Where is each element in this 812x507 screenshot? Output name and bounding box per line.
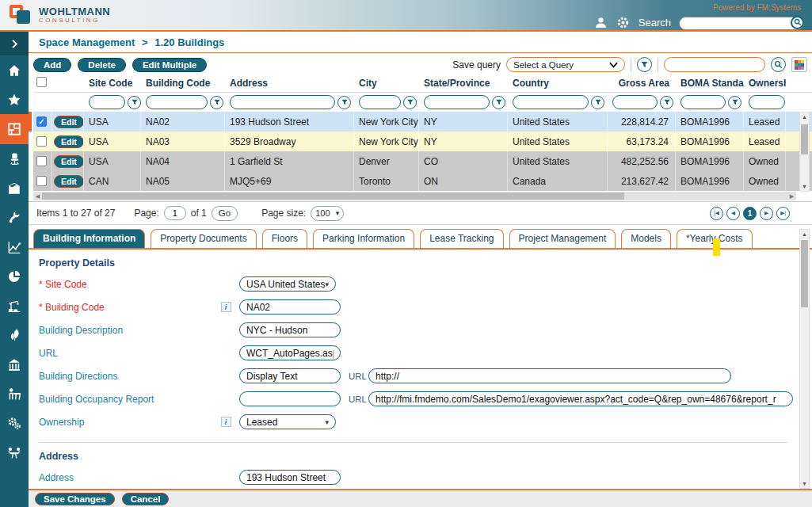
sidebar-item-desk-booking[interactable] xyxy=(0,379,29,408)
edit-row-button[interactable]: Edit xyxy=(54,175,84,188)
global-search-input[interactable] xyxy=(679,17,804,30)
column-header-site-code[interactable]: Site Code xyxy=(84,78,141,89)
tab-property-documents[interactable]: Property Documents xyxy=(151,229,256,248)
filter-input-boma[interactable] xyxy=(680,95,726,109)
ownership-dropdown[interactable]: Leased ▾ xyxy=(239,414,336,429)
building-directions-input[interactable] xyxy=(239,368,341,383)
grid-quick-search-input[interactable] xyxy=(664,57,765,72)
tab-parking-information[interactable]: Parking Information xyxy=(313,229,414,248)
column-header-building-code[interactable]: Building Code xyxy=(141,78,225,89)
building-code-input[interactable] xyxy=(239,299,341,314)
column-header-country[interactable]: Country xyxy=(508,78,608,89)
tab-floors[interactable]: Floors xyxy=(262,229,307,248)
grid-search-magnifier-icon[interactable] xyxy=(771,57,786,72)
site-code-dropdown[interactable]: USA United States ▾ xyxy=(239,276,336,292)
scrollbar-thumb[interactable] xyxy=(801,124,808,154)
tab-project-management[interactable]: Project Management xyxy=(509,229,616,248)
sidebar-item-construction[interactable] xyxy=(0,291,29,320)
filter-funnel-icon[interactable] xyxy=(210,96,223,109)
sidebar-item-sustainability[interactable] xyxy=(0,320,29,349)
cancel-button[interactable]: Cancel xyxy=(122,493,170,505)
filter-input-gross-area[interactable] xyxy=(612,95,658,109)
filter-input-ownership[interactable] xyxy=(749,95,785,109)
edit-multiple-button[interactable]: Edit Multiple xyxy=(132,58,207,72)
edit-row-button[interactable]: Edit xyxy=(54,135,84,148)
grid-horizontal-scrollbar[interactable]: ◀ ▶ xyxy=(33,192,796,200)
sidebar-item-favorites[interactable] xyxy=(0,85,29,114)
address-input[interactable] xyxy=(239,470,341,485)
page-number-input[interactable] xyxy=(164,206,186,220)
export-grid-icon[interactable] xyxy=(791,57,807,72)
tab-models[interactable]: Models xyxy=(621,229,671,248)
add-button[interactable]: Add xyxy=(33,58,71,72)
sidebar-item-workplace[interactable] xyxy=(0,144,29,173)
scroll-up-icon[interactable]: ▲ xyxy=(800,112,809,121)
search-magnifier-icon[interactable] xyxy=(791,16,804,29)
scroll-left-icon[interactable]: ◀ xyxy=(33,192,42,200)
column-header-boma-standard[interactable]: BOMA Standard xyxy=(676,78,744,89)
next-page-button[interactable] xyxy=(760,207,773,220)
sidebar-item-space-management[interactable] xyxy=(0,114,29,144)
row-checkbox[interactable] xyxy=(36,116,47,127)
sidebar-item-home[interactable] xyxy=(0,55,29,85)
sidebar-item-reports[interactable] xyxy=(0,261,29,291)
filter-funnel-icon[interactable] xyxy=(660,96,673,109)
sidebar-expand-button[interactable] xyxy=(0,32,29,55)
filter-funnel-icon[interactable] xyxy=(403,96,417,109)
column-header-state[interactable]: State/Province xyxy=(419,78,508,89)
tab-building-information[interactable]: Building Information xyxy=(33,229,145,248)
grid-vertical-scrollbar[interactable]: ▲ ▼ xyxy=(799,112,810,192)
filter-input-building-code[interactable] xyxy=(146,95,208,109)
filter-funnel-icon[interactable] xyxy=(591,96,604,109)
query-filter-funnel-button[interactable] xyxy=(637,57,652,72)
sidebar-item-move-management[interactable] xyxy=(0,173,29,203)
row-checkbox[interactable] xyxy=(36,156,47,166)
column-header-gross-area[interactable]: Gross Area xyxy=(608,78,676,89)
table-row[interactable]: Edit USA NA02 193 Hudson Street New York… xyxy=(33,112,812,132)
sidebar-item-real-estate[interactable] xyxy=(0,349,29,379)
building-description-input[interactable] xyxy=(239,322,341,337)
building-occupancy-report-url-input[interactable] xyxy=(368,391,793,406)
row-checkbox[interactable] xyxy=(36,136,47,147)
filter-funnel-icon[interactable] xyxy=(492,96,505,109)
filter-input-site-code[interactable] xyxy=(89,95,125,109)
page-size-dropdown[interactable]: 100 ▾ xyxy=(311,206,344,221)
column-header-city[interactable]: City xyxy=(354,78,419,89)
save-changes-button[interactable]: Save Changes xyxy=(35,493,115,505)
building-directions-url-input[interactable] xyxy=(368,368,731,383)
edit-row-button[interactable]: Edit xyxy=(54,155,84,168)
info-icon[interactable]: i xyxy=(221,417,231,427)
tab-lease-tracking[interactable]: Lease Tracking xyxy=(420,229,503,248)
filter-funnel-icon[interactable] xyxy=(128,96,141,109)
column-header-ownership[interactable]: Ownership xyxy=(744,78,786,89)
filter-funnel-icon[interactable] xyxy=(337,96,351,109)
info-icon[interactable]: i xyxy=(221,302,231,312)
user-profile-icon[interactable] xyxy=(594,15,608,29)
last-page-button[interactable] xyxy=(776,207,790,220)
filter-funnel-icon[interactable] xyxy=(728,96,741,109)
settings-gear-icon[interactable] xyxy=(616,15,631,29)
scrollbar-thumb[interactable] xyxy=(42,193,624,200)
table-row[interactable]: Edit CAN NA05 MJQ5+69 Toronto ON Canada … xyxy=(33,171,812,191)
sidebar-item-maintenance[interactable] xyxy=(0,203,29,232)
delete-button[interactable]: Delete xyxy=(78,58,126,72)
select-all-checkbox[interactable] xyxy=(36,77,47,87)
sidebar-item-meeting-rooms[interactable] xyxy=(0,437,29,467)
scrollbar-thumb[interactable] xyxy=(801,240,808,307)
sidebar-item-analytics[interactable] xyxy=(0,232,29,261)
go-button[interactable]: Go xyxy=(212,206,238,221)
scroll-right-icon[interactable]: ▶ xyxy=(787,192,796,200)
previous-page-button[interactable] xyxy=(726,207,740,220)
filter-input-address[interactable] xyxy=(230,95,335,109)
edit-row-button[interactable]: Edit xyxy=(54,116,84,128)
building-occupancy-report-input[interactable] xyxy=(239,391,341,406)
table-row[interactable]: Edit USA NA04 1 Garfield St Denver CO Un… xyxy=(33,151,812,171)
filter-input-country[interactable] xyxy=(513,95,589,109)
sidebar-item-settings[interactable] xyxy=(0,408,29,437)
scroll-down-icon[interactable]: ▼ xyxy=(800,479,809,488)
filter-input-city[interactable] xyxy=(359,95,401,109)
scroll-down-icon[interactable]: ▼ xyxy=(800,182,809,191)
query-select-dropdown[interactable]: Select a Query xyxy=(506,57,625,72)
current-page-button[interactable]: 1 xyxy=(743,207,757,220)
first-page-button[interactable] xyxy=(710,207,723,220)
